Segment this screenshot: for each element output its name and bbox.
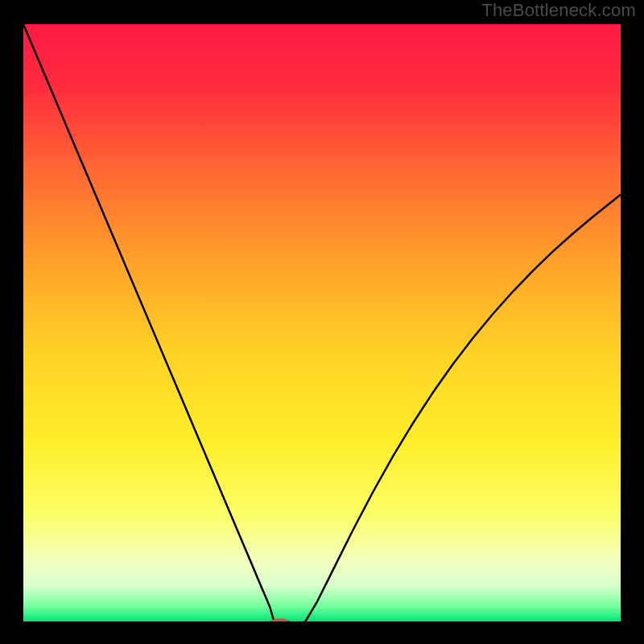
chart-plot (0, 0, 644, 644)
chart-frame: TheBottleneck.com (0, 0, 644, 644)
chart-gradient-bg (23, 24, 621, 621)
watermark-text: TheBottleneck.com (481, 0, 636, 21)
